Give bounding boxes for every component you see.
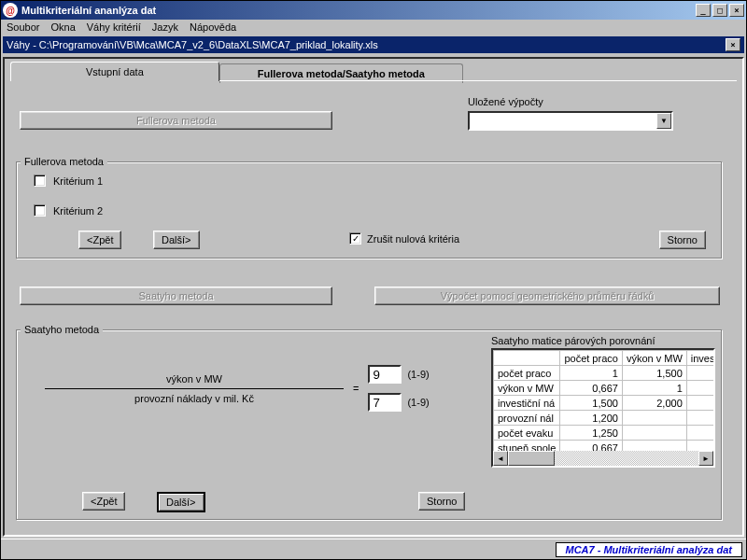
menu-jazyk[interactable]: Jazyk — [152, 21, 178, 33]
col-2: výkon v MW — [622, 351, 686, 366]
chevron-down-icon[interactable]: ▼ — [656, 113, 671, 129]
table-row: investiční ná1,5002,0001 — [494, 396, 716, 411]
grid-scroll-horizontal[interactable]: ◄ ► — [493, 451, 713, 466]
titlebar: @ Multikriteriální ananlýza dat _ □ × — [1, 1, 746, 20]
menubar: Soubor Okna Váhy kritérií Jazyk Nápověda — [1, 20, 746, 35]
saatyho-legend: Saatyho metoda — [21, 324, 103, 335]
saaty-fraction: výkon v MW provozní náklady v mil. Kč — [45, 373, 344, 404]
mdi-child-titlebar: Váhy - C:\Programování\VB\Mca\MCA7_v2_6\… — [3, 36, 744, 53]
fullerova-group: Fullerova metoda Kritérium 1 Kritérium 2… — [16, 156, 722, 259]
fuller-next-button[interactable]: Další> — [153, 231, 200, 249]
table-row: provozní nál1,200 — [494, 411, 716, 426]
scroll-left-icon[interactable]: ◄ — [493, 451, 508, 466]
zrusit-nulova-label: Zrušit nulová kritéria — [367, 233, 459, 245]
matrix-label: Saatyho matice párových porovnání — [491, 335, 655, 346]
client-area: Vstupní data Fullerova metoda/Saatyho me… — [3, 57, 744, 537]
saaty-value2-input[interactable] — [368, 393, 402, 412]
fullerova-metoda-button[interactable]: Fullerova metoda — [20, 111, 332, 130]
geom-prumer-button[interactable]: Výpočet pomocí geometrického průměru řád… — [374, 287, 720, 305]
range2-label: (1-9) — [407, 397, 429, 408]
saaty-denominator: provozní náklady v mil. Kč — [134, 393, 254, 404]
saaty-matrix-grid[interactable]: počet praco výkon v MW investiční n poče… — [491, 348, 715, 468]
kriterium1-label: Kritérium 1 — [53, 175, 103, 187]
col-1: počet praco — [560, 351, 622, 366]
tab-vstupni-data[interactable]: Vstupní data — [10, 62, 219, 81]
range1-label: (1-9) — [407, 369, 429, 380]
menu-vahy-kriterii[interactable]: Váhy kritérií — [87, 21, 141, 33]
kriterium2-checkbox[interactable] — [34, 204, 46, 217]
menu-soubor[interactable]: Soubor — [7, 21, 39, 33]
col-blank — [494, 351, 560, 366]
tab-body: Fullerova metoda Uložené výpočty ▼ Fulle… — [10, 80, 737, 530]
minimize-button[interactable]: _ — [696, 4, 711, 17]
fuller-back-button[interactable]: <Zpět — [78, 231, 121, 249]
equals-sign: = — [353, 383, 359, 394]
saaty-back-button[interactable]: <Zpět — [82, 492, 125, 511]
saaty-numerator: výkon v MW — [166, 373, 222, 385]
maximize-button[interactable]: □ — [712, 4, 727, 17]
statusbar: MCA7 - Multikriteriální analýza dat — [1, 539, 746, 559]
saaty-storno-button[interactable]: Storno — [418, 492, 465, 511]
table-row: výkon v MW0,66710,500 — [494, 381, 716, 396]
app-icon: @ — [3, 3, 18, 18]
zrusit-nulova-checkbox[interactable]: ✓ — [349, 232, 361, 245]
kriterium2-label: Kritérium 2 — [53, 205, 103, 217]
menu-okna[interactable]: Okna — [50, 21, 75, 33]
close-button[interactable]: × — [729, 4, 744, 17]
saved-combobox[interactable]: ▼ — [468, 111, 673, 131]
col-3: investiční n — [686, 351, 715, 366]
table-row: počet praco11,5000,667 — [494, 366, 716, 381]
menu-napoveda[interactable]: Nápověda — [190, 21, 236, 33]
saaty-value1-input[interactable] — [368, 365, 402, 384]
scroll-thumb[interactable] — [508, 451, 555, 466]
scroll-right-icon[interactable]: ► — [698, 451, 713, 466]
mdi-child-title: Váhy - C:\Programování\VB\Mca\MCA7_v2_6\… — [7, 39, 724, 50]
saatyho-group: Saatyho metoda výkon v MW provozní nákla… — [16, 324, 722, 520]
table-row: počet evaku1,250 — [494, 426, 716, 441]
fuller-storno-button[interactable]: Storno — [659, 231, 706, 249]
tab-strip: Vstupní data Fullerova metoda/Saatyho me… — [10, 61, 737, 80]
status-text: MCA7 - Multikriteriální analýza dat — [556, 542, 742, 557]
saatyho-metoda-button[interactable]: Saatyho metoda — [20, 287, 332, 305]
saaty-next-button[interactable]: Další> — [157, 492, 205, 512]
fullerova-legend: Fullerova metoda — [21, 156, 107, 167]
window-title: Multikriteriální ananlýza dat — [21, 5, 694, 16]
kriterium1-checkbox[interactable] — [34, 175, 46, 187]
saved-label: Uložené výpočty — [468, 96, 543, 107]
mdi-close-button[interactable]: × — [726, 38, 740, 51]
